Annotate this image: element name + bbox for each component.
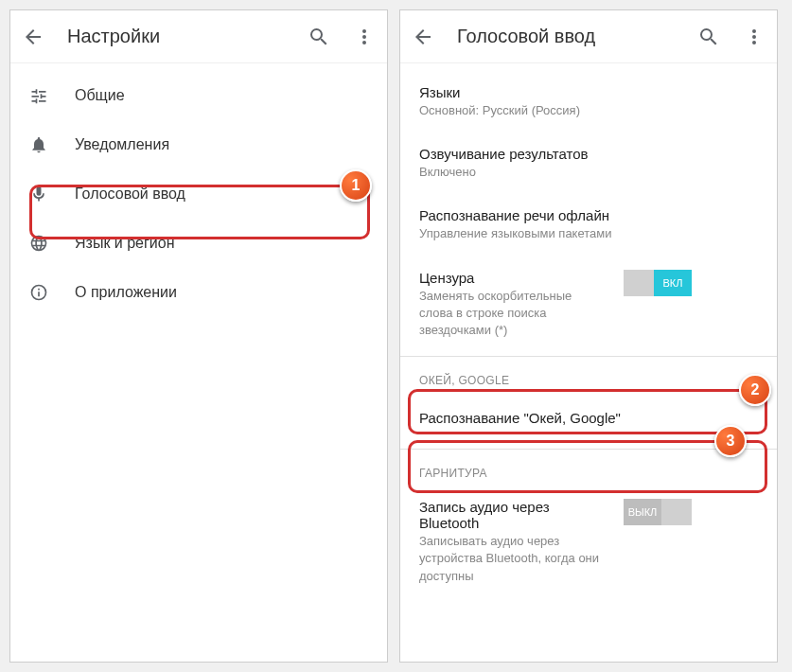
search-icon[interactable]	[308, 26, 330, 48]
settings-list: Общие Уведомления Голосовой ввод Язык и …	[10, 63, 387, 662]
microphone-icon	[29, 185, 48, 203]
divider	[400, 449, 777, 450]
setting-title: Распознавание "Окей, Google"	[419, 410, 758, 426]
item-label: Уведомления	[75, 136, 169, 153]
sliders-icon	[29, 86, 48, 105]
info-icon	[29, 283, 48, 302]
setting-title: Языки	[419, 84, 758, 100]
item-voice-input[interactable]: Голосовой ввод	[10, 169, 387, 219]
globe-icon	[29, 234, 48, 253]
setting-sub: Заменять оскорбительные слова в строке п…	[419, 288, 608, 340]
item-label: О приложении	[75, 284, 177, 301]
setting-title: Цензура	[419, 270, 608, 286]
item-notifications[interactable]: Уведомления	[10, 120, 387, 169]
page-title: Голосовой ввод	[457, 26, 675, 47]
phone-right: Голосовой ввод Языки Основной: Русский (…	[399, 9, 778, 663]
back-icon[interactable]	[412, 26, 434, 48]
back-icon[interactable]	[22, 26, 44, 48]
setting-sub: Включено	[419, 164, 758, 181]
setting-languages[interactable]: Языки Основной: Русский (Россия)	[400, 71, 777, 133]
setting-bt-audio[interactable]: Запись аудио через Bluetooth Записывать …	[400, 486, 777, 598]
app-bar: Голосовой ввод	[400, 10, 777, 63]
voice-settings: Языки Основной: Русский (Россия) Озвучив…	[400, 63, 777, 662]
setting-sub: Записывать аудио через устройства Blueto…	[419, 533, 608, 585]
setting-title: Распознавание речи офлайн	[419, 207, 758, 223]
item-language-region[interactable]: Язык и регион	[10, 219, 387, 268]
item-about[interactable]: О приложении	[10, 268, 387, 317]
toggle-label: ВКЛ	[654, 270, 692, 296]
setting-ok-google-detect[interactable]: Распознавание "Окей, Google"	[400, 393, 777, 445]
item-label: Общие	[75, 87, 125, 104]
page-title: Настройки	[67, 26, 285, 47]
toggle-bt-audio[interactable]: ВЫКЛ	[624, 499, 692, 525]
phone-left: Настройки Общие Уведомления	[9, 9, 388, 663]
setting-sub: Основной: Русский (Россия)	[419, 102, 758, 119]
item-label: Голосовой ввод	[75, 186, 185, 203]
more-icon[interactable]	[353, 26, 376, 48]
section-ok-google: ОКЕЙ, GOOGLE	[400, 361, 777, 393]
item-general[interactable]: Общие	[10, 71, 387, 120]
section-headset: ГАРНИТУРА	[400, 453, 777, 486]
toggle-label: ВЫКЛ	[624, 499, 661, 525]
setting-title: Озвучивание результатов	[419, 146, 758, 162]
setting-speech-output[interactable]: Озвучивание результатов Включено	[400, 133, 777, 194]
setting-sub: Управление языковыми пакетами	[419, 225, 758, 242]
search-icon[interactable]	[697, 26, 720, 48]
setting-offline[interactable]: Распознавание речи офлайн Управление язы…	[400, 194, 777, 256]
divider	[400, 356, 777, 357]
item-label: Язык и регион	[75, 235, 175, 252]
setting-censor[interactable]: Цензура Заменять оскорбительные слова в …	[400, 256, 777, 353]
bell-icon	[29, 135, 48, 154]
toggle-censor[interactable]: ВКЛ	[624, 270, 692, 296]
app-bar: Настройки	[10, 10, 387, 63]
setting-title: Запись аудио через Bluetooth	[419, 499, 608, 531]
more-icon[interactable]	[743, 26, 766, 48]
